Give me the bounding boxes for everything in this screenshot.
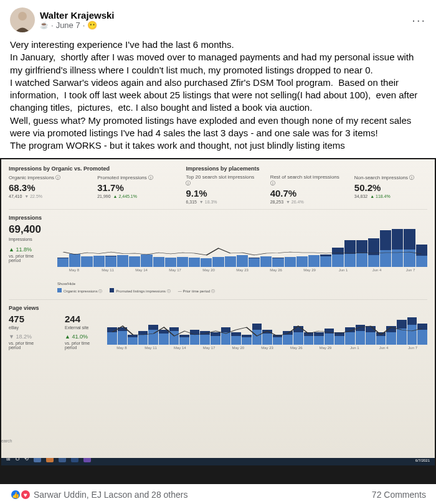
avatar[interactable] xyxy=(10,7,35,32)
metric-value: 9.1% xyxy=(186,188,258,198)
metric-value: 40.7% xyxy=(270,188,343,198)
love-icon: ♥ xyxy=(20,489,31,500)
metric-value: 68.3% xyxy=(9,182,86,193)
metric-value: 69,400 xyxy=(9,223,46,236)
section-title: Impressions by Organic vs. Promoted xyxy=(9,166,174,172)
dashboard-screenshot: Impressions by Organic vs. Promoted Orga… xyxy=(1,159,435,458)
section-title: Impressions xyxy=(9,215,46,221)
attached-photo[interactable]: Impressions by Organic vs. Promoted Orga… xyxy=(0,158,436,484)
metric-value: 50.2% xyxy=(354,182,427,193)
metric-value: 244 xyxy=(65,314,96,324)
metric-label: Rest of search slot impressions ⓘ xyxy=(270,174,343,187)
metric-label: Non-search impressions ⓘ xyxy=(354,174,427,181)
more-button[interactable]: ··· xyxy=(412,13,426,27)
reaction-names[interactable]: Sarwar Uddin, EJ Lacson and 28 others xyxy=(34,490,187,500)
reactions[interactable]: 👍 ♥ Sarwar Uddin, EJ Lacson and 28 other… xyxy=(10,489,187,500)
section-title: Page views xyxy=(9,305,96,311)
metric-label: Promoted impressions ⓘ xyxy=(97,174,174,181)
section-title: Impressions by placements xyxy=(186,166,427,172)
metric-label: Organic impressions ⓘ xyxy=(9,174,86,181)
metric-label: Top 20 search slot impressions ⓘ xyxy=(186,174,258,187)
privacy-icon[interactable]: 😶 xyxy=(87,21,97,30)
post-header: Walter Krajewski ☕ · June 7 · 😶 ··· xyxy=(10,7,426,32)
metric-value: 31.7% xyxy=(97,182,174,193)
post-date[interactable]: June 7 xyxy=(56,21,80,30)
post-meta: ☕ · June 7 · 😶 xyxy=(40,21,115,30)
badge-icon: ☕ xyxy=(40,21,49,29)
impressions-chart: May 8May 11May 14May 17May 20May 23May 2… xyxy=(57,217,427,279)
post-footer: 👍 ♥ Sarwar Uddin, EJ Lacson and 28 other… xyxy=(10,484,426,500)
post-body: Very interesting experience I've had the… xyxy=(10,39,426,152)
pageviews-chart: May 8May 11May 14May 17May 20May 23May 2… xyxy=(107,307,427,357)
metric-value: 475 xyxy=(9,314,40,324)
author-name[interactable]: Walter Krajewski xyxy=(40,10,115,21)
comment-count[interactable]: 72 Comments xyxy=(372,490,426,500)
search-fragment: earch xyxy=(1,439,12,443)
